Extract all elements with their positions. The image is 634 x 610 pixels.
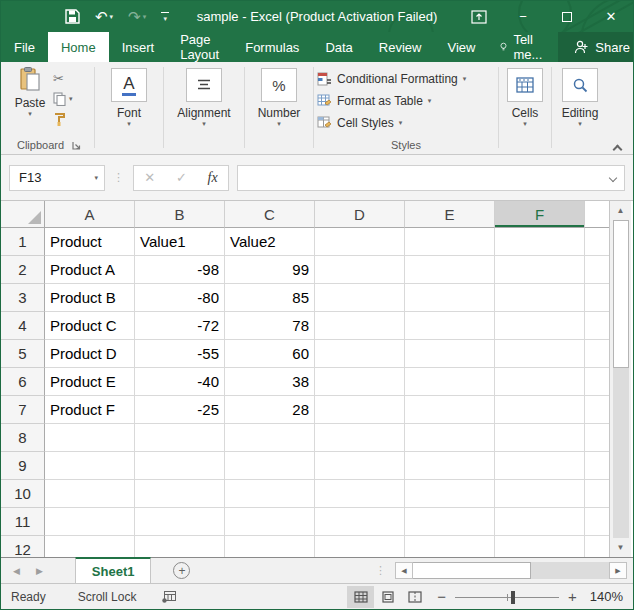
vertical-scrollbar-thumb[interactable] [613,220,629,368]
cell-F12[interactable] [495,536,585,557]
cell-B11[interactable] [135,508,225,536]
number-group-button[interactable]: % Number ▾ [248,65,310,154]
page-break-preview-button[interactable] [401,586,428,608]
editing-group-button[interactable]: Editing ▾ [555,65,605,154]
tab-formulas[interactable]: Formulas [232,32,312,62]
cell-E12[interactable] [405,536,495,557]
cells-group-button[interactable]: Cells ▾ [502,65,548,154]
cell-D4[interactable] [315,312,405,340]
cancel-button[interactable]: ✕ [144,170,155,185]
tab-page-layout[interactable]: Page Layout [167,32,232,62]
cell-D5[interactable] [315,340,405,368]
cell-A12[interactable] [45,536,135,557]
cell-F6[interactable] [495,368,585,396]
cell-C7[interactable]: 28 [225,396,315,424]
copy-button[interactable]: ▾ [53,90,91,107]
cell-A7[interactable]: Product F [45,396,135,424]
cell-F2[interactable] [495,256,585,284]
cell-F10[interactable] [495,480,585,508]
name-box[interactable]: F13 ▾ [9,165,105,191]
tab-home[interactable]: Home [48,32,109,62]
cell-A8[interactable] [45,424,135,452]
horizontal-scrollbar[interactable]: ◀ ▶ [395,562,627,579]
cell-E4[interactable] [405,312,495,340]
cell-styles-button[interactable]: Cell Styles ▾ [317,113,495,133]
copy-dropdown-icon[interactable]: ▾ [69,95,73,103]
zoom-slider[interactable] [455,589,559,605]
cell-C12[interactable] [225,536,315,557]
cell-F3[interactable] [495,284,585,312]
cell-C2[interactable]: 99 [225,256,315,284]
vertical-scrollbar-track[interactable] [613,368,629,538]
row-header-4[interactable]: 4 [1,312,45,340]
row-header-2[interactable]: 2 [1,256,45,284]
alignment-group-button[interactable]: Alignment ▾ [167,65,241,154]
page-layout-view-button[interactable] [374,586,401,608]
row-header-6[interactable]: 6 [1,368,45,396]
row-header-5[interactable]: 5 [1,340,45,368]
scroll-left-icon[interactable]: ◀ [395,562,413,579]
font-group-button[interactable]: A Font ▾ [98,65,160,154]
sheet-tab-sheet1[interactable]: Sheet1 [75,557,152,583]
tabbar-grip[interactable]: ⋮ [375,564,387,577]
cell-D11[interactable] [315,508,405,536]
cell-E1[interactable] [405,228,495,256]
row-header-8[interactable]: 8 [1,424,45,452]
save-button[interactable] [65,9,80,24]
cell-D6[interactable] [315,368,405,396]
column-header-A[interactable]: A [45,201,135,228]
column-header-B[interactable]: B [135,201,225,228]
cell-B12[interactable] [135,536,225,557]
zoom-level[interactable]: 140% [590,589,623,604]
select-all-corner[interactable] [1,201,45,228]
formula-bar-grip[interactable]: ⋮ [113,171,125,184]
cell-A9[interactable] [45,452,135,480]
cell-C4[interactable]: 78 [225,312,315,340]
insert-function-button[interactable]: fx [208,170,218,186]
ribbon-display-options-button[interactable] [457,1,501,32]
cell-F8[interactable] [495,424,585,452]
cell-F4[interactable] [495,312,585,340]
cell-E8[interactable] [405,424,495,452]
horizontal-scrollbar-track[interactable] [531,562,609,579]
formula-input[interactable] [237,165,625,191]
format-painter-button[interactable] [53,110,91,127]
cell-B9[interactable] [135,452,225,480]
cell-F11[interactable] [495,508,585,536]
cell-A11[interactable] [45,508,135,536]
next-sheet-icon[interactable]: ▶ [36,566,43,576]
vertical-scrollbar[interactable]: ▲ ▼ [609,201,631,557]
format-as-table-button[interactable]: Format as Table ▾ [317,91,495,111]
cell-C6[interactable]: 38 [225,368,315,396]
column-header-C[interactable]: C [225,201,315,228]
tab-insert[interactable]: Insert [109,32,168,62]
cell-F9[interactable] [495,452,585,480]
zoom-slider-thumb[interactable] [511,591,515,604]
cell-E5[interactable] [405,340,495,368]
name-box-dropdown-icon[interactable]: ▾ [94,174,98,182]
cell-D10[interactable] [315,480,405,508]
minimize-button[interactable]: − [501,1,545,32]
cell-E7[interactable] [405,396,495,424]
cell-C1[interactable]: Value2 [225,228,315,256]
cell-F7[interactable] [495,396,585,424]
row-header-9[interactable]: 9 [1,452,45,480]
zoom-in-button[interactable]: + [559,588,586,605]
cell-C11[interactable] [225,508,315,536]
cell-D9[interactable] [315,452,405,480]
cell-C8[interactable] [225,424,315,452]
cell-A2[interactable]: Product A [45,256,135,284]
cell-E10[interactable] [405,480,495,508]
cell-F1[interactable] [495,228,585,256]
horizontal-scrollbar-thumb[interactable] [413,562,531,579]
cell-C9[interactable] [225,452,315,480]
normal-view-button[interactable] [347,586,374,608]
zoom-out-button[interactable]: − [428,588,455,605]
cell-C5[interactable]: 60 [225,340,315,368]
share-button[interactable]: Share [558,32,634,62]
cell-C10[interactable] [225,480,315,508]
tell-me-box[interactable]: Tell me... [488,32,558,62]
close-button[interactable]: ✕ [589,1,633,32]
cell-F5[interactable] [495,340,585,368]
scroll-right-icon[interactable]: ▶ [609,562,627,579]
